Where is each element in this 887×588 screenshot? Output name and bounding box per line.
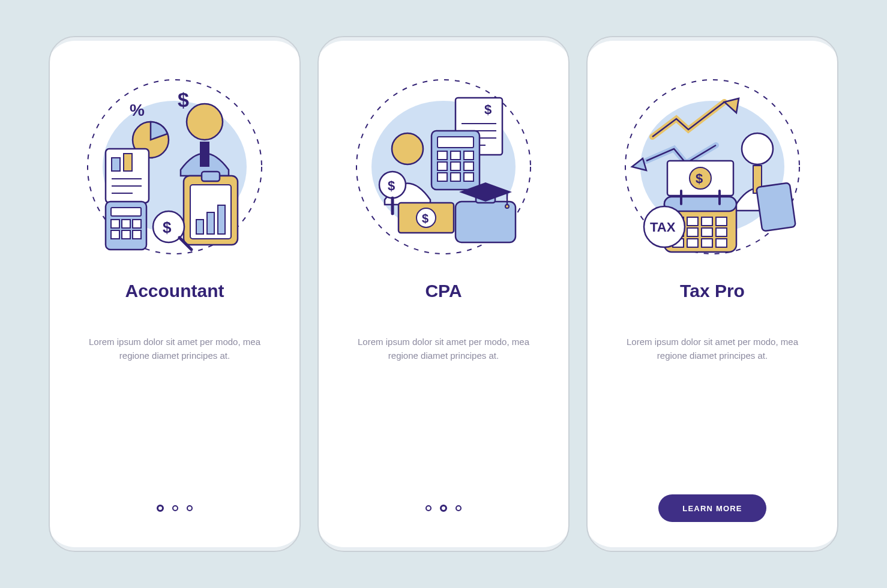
svg-rect-79 bbox=[716, 228, 727, 236]
onboarding-screen-1: $ % $ Accountant Lorem ipsum dolor sit a… bbox=[49, 36, 301, 552]
svg-rect-16 bbox=[122, 220, 130, 228]
pagination-dot-1[interactable] bbox=[425, 505, 431, 511]
svg-rect-40 bbox=[437, 151, 447, 160]
screen-description: Lorem ipsum dolor sit amet per modo, mea… bbox=[85, 335, 265, 363]
svg-point-59 bbox=[505, 205, 509, 208]
svg-rect-73 bbox=[687, 217, 698, 226]
svg-rect-75 bbox=[716, 217, 727, 226]
svg-rect-81 bbox=[687, 239, 698, 247]
pagination-dot-2[interactable] bbox=[172, 505, 178, 511]
screen-description: Lorem ipsum dolor sit amet per modo, mea… bbox=[622, 335, 802, 363]
svg-rect-44 bbox=[451, 162, 460, 170]
svg-rect-77 bbox=[687, 228, 698, 236]
pagination-dot-2[interactable] bbox=[440, 505, 447, 512]
screen-title: CPA bbox=[425, 281, 462, 301]
pagination-dot-1[interactable] bbox=[157, 505, 164, 512]
svg-text:$: $ bbox=[696, 171, 703, 186]
svg-text:$: $ bbox=[388, 178, 395, 193]
pagination-dot-3[interactable] bbox=[456, 505, 462, 511]
svg-rect-82 bbox=[702, 239, 712, 247]
screen-title: Tax Pro bbox=[680, 281, 745, 301]
pagination-dot-3[interactable] bbox=[187, 505, 193, 511]
svg-rect-20 bbox=[133, 230, 141, 239]
cpa-illustration: $ $ $ bbox=[341, 71, 546, 263]
svg-text:$: $ bbox=[422, 212, 428, 225]
learn-more-button[interactable]: LEARN MORE bbox=[658, 494, 766, 522]
svg-rect-43 bbox=[437, 162, 447, 170]
onboarding-screen-2: $ $ $ CPA Lorem ipsum dolor sit amet per… bbox=[317, 36, 570, 552]
svg-rect-48 bbox=[464, 173, 474, 181]
svg-rect-15 bbox=[111, 220, 119, 228]
svg-rect-8 bbox=[112, 158, 120, 171]
svg-rect-47 bbox=[451, 173, 460, 181]
svg-rect-74 bbox=[702, 217, 712, 226]
svg-text:$: $ bbox=[163, 218, 172, 236]
pagination-dots bbox=[157, 494, 193, 522]
svg-rect-42 bbox=[464, 151, 474, 160]
svg-rect-45 bbox=[464, 162, 474, 170]
svg-text:TAX: TAX bbox=[650, 220, 676, 235]
svg-rect-18 bbox=[111, 230, 119, 239]
svg-rect-83 bbox=[716, 239, 727, 247]
svg-rect-46 bbox=[437, 173, 447, 181]
taxpro-illustration: $ TAX bbox=[610, 71, 814, 263]
pagination-dots bbox=[425, 494, 462, 522]
svg-rect-78 bbox=[702, 228, 712, 236]
svg-text:$: $ bbox=[484, 102, 492, 117]
svg-rect-24 bbox=[196, 220, 203, 234]
svg-rect-39 bbox=[437, 137, 474, 148]
svg-text:$: $ bbox=[178, 88, 189, 111]
svg-point-2 bbox=[187, 104, 223, 140]
accountant-illustration: $ % $ bbox=[73, 71, 277, 263]
svg-rect-26 bbox=[218, 205, 225, 234]
onboarding-screen-3: $ TAX Tax Pro Lorem ipsum dolor sit amet… bbox=[586, 36, 838, 552]
svg-rect-41 bbox=[451, 151, 460, 160]
svg-rect-67 bbox=[756, 182, 796, 231]
svg-rect-14 bbox=[111, 208, 141, 216]
svg-rect-9 bbox=[124, 154, 132, 171]
svg-rect-25 bbox=[207, 212, 214, 234]
screen-title: Accountant bbox=[125, 281, 224, 301]
svg-rect-3 bbox=[200, 142, 209, 167]
screen-description: Lorem ipsum dolor sit amet per modo, mea… bbox=[353, 335, 534, 363]
svg-rect-17 bbox=[133, 220, 141, 228]
svg-point-65 bbox=[742, 133, 773, 164]
svg-rect-19 bbox=[122, 230, 130, 239]
svg-point-49 bbox=[392, 133, 423, 164]
svg-text:%: % bbox=[130, 101, 145, 119]
svg-rect-23 bbox=[202, 172, 220, 181]
